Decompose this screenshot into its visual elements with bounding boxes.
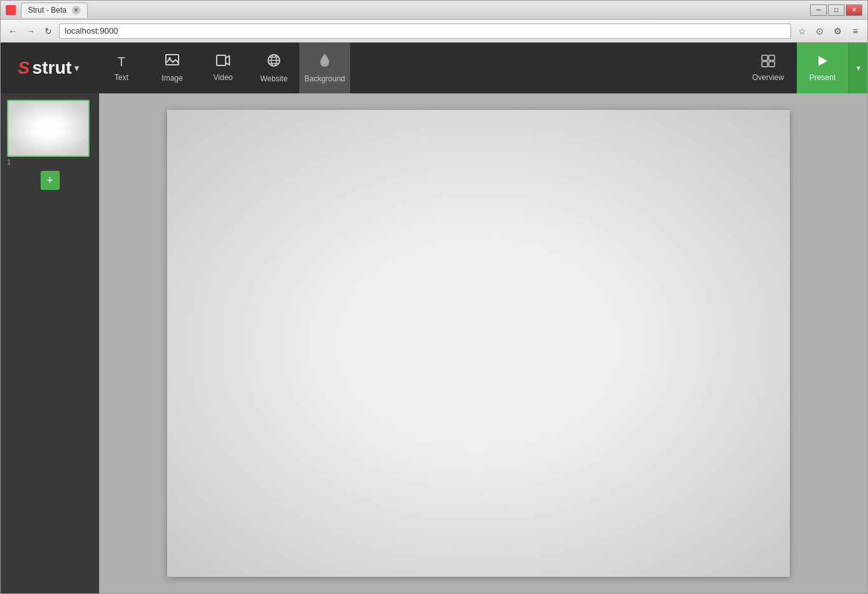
text-icon: T [118, 55, 125, 69]
present-label: Present [810, 73, 836, 82]
slide-1-thumbnail[interactable] [7, 100, 90, 157]
overview-label: Overview [752, 73, 784, 82]
app-toolbar: S strut ▾ T Text [1, 43, 867, 93]
tab-close-button[interactable]: ✕ [72, 6, 81, 15]
toolbar-right: Overview Present ▾ [740, 43, 867, 93]
address-text: localhost:9000 [65, 26, 118, 36]
add-slide-button[interactable]: + [41, 171, 60, 190]
svg-rect-10 [762, 62, 768, 67]
right-panel [858, 93, 867, 593]
extensions-icon[interactable]: ⚙ [831, 24, 844, 38]
image-icon [165, 54, 179, 70]
image-tool-label: Image [161, 74, 182, 83]
present-button[interactable]: Present [797, 43, 848, 93]
browser-window: Strut - Beta ✕ ─ □ ✕ ← → ↻ localhost:900… [0, 0, 868, 594]
menu-icon[interactable]: ≡ [848, 24, 862, 38]
nav-icons: ☆ ⊙ ⚙ ≡ [795, 24, 862, 38]
svg-marker-12 [818, 56, 827, 66]
logo-dropdown-icon[interactable]: ▾ [74, 63, 79, 73]
app-logo: S strut ▾ [1, 43, 96, 93]
browser-tab[interactable]: Strut - Beta ✕ [21, 3, 88, 18]
main-content: 1 + [1, 93, 867, 593]
logo-text: S strut ▾ [18, 58, 79, 78]
svg-rect-0 [166, 55, 179, 65]
title-bar: Strut - Beta ✕ ─ □ ✕ [1, 1, 867, 20]
slide-1-number: 1 [7, 158, 93, 166]
svg-rect-8 [762, 55, 768, 60]
svg-rect-11 [769, 62, 775, 67]
window-controls: ─ □ ✕ [810, 4, 862, 16]
video-tool-button[interactable]: Video [198, 43, 248, 93]
slide-canvas[interactable] [167, 110, 790, 577]
image-tool-button[interactable]: Image [147, 43, 198, 93]
video-icon [216, 55, 230, 69]
slide-panel: 1 + [1, 93, 99, 593]
background-tool-button[interactable]: Background [299, 43, 350, 93]
website-tool-label: Website [260, 74, 287, 83]
text-tool-label: Text [114, 73, 128, 82]
present-dropdown-button[interactable]: ▾ [848, 43, 867, 93]
canvas-area [99, 93, 858, 593]
toolbar-tools: T Text Image [96, 43, 740, 93]
video-tool-label: Video [214, 73, 233, 82]
forward-button[interactable]: → [24, 24, 37, 38]
address-bar[interactable]: localhost:9000 [59, 24, 791, 39]
website-tool-button[interactable]: Website [248, 43, 299, 93]
website-icon [267, 53, 281, 71]
background-tool-label: Background [304, 74, 345, 83]
maximize-button[interactable]: □ [828, 4, 844, 16]
app-icon [6, 5, 16, 15]
slide-1-container: 1 [7, 100, 93, 166]
overview-button[interactable]: Overview [740, 43, 797, 93]
bookmark-icon[interactable]: ☆ [795, 24, 809, 38]
minimize-button[interactable]: ─ [810, 4, 827, 16]
logo-name: strut [32, 58, 72, 78]
tab-title: Strut - Beta [28, 6, 67, 15]
svg-rect-2 [217, 55, 226, 65]
app-area: S strut ▾ T Text [1, 43, 867, 593]
text-tool-button[interactable]: T Text [96, 43, 147, 93]
logo-s-icon: S [18, 58, 30, 78]
overview-grid-icon [761, 55, 775, 69]
present-play-icon [816, 55, 829, 69]
dropdown-chevron-icon: ▾ [857, 64, 860, 72]
back-button[interactable]: ← [6, 24, 20, 38]
background-icon [320, 53, 330, 71]
history-icon[interactable]: ⊙ [813, 24, 827, 38]
close-button[interactable]: ✕ [846, 4, 862, 16]
svg-rect-9 [769, 55, 775, 60]
nav-bar: ← → ↻ localhost:9000 ☆ ⊙ ⚙ ≡ [1, 20, 867, 43]
refresh-button[interactable]: ↻ [41, 24, 55, 38]
